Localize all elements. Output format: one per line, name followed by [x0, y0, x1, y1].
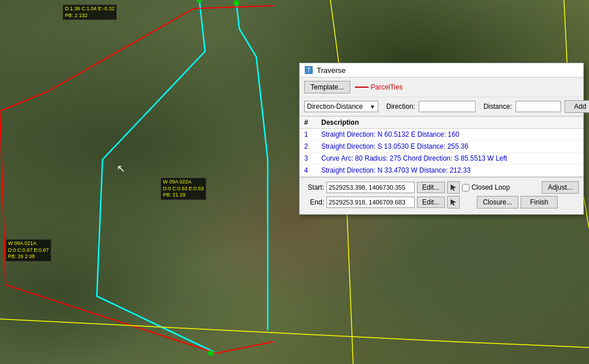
dialog-title: Traverse: [317, 66, 346, 75]
bottom-area: Start: Edit... Closed Loop Adjust... End…: [300, 177, 583, 214]
row-number: 4: [304, 166, 321, 174]
row-number: 1: [304, 130, 321, 138]
end-label: End:: [304, 198, 324, 206]
table-row[interactable]: 3 Curve Arc: 80 Radius: 275 Chord Direct…: [300, 153, 583, 165]
row-description: Straight Direction: N 33.4703 W Distance…: [321, 166, 579, 174]
table-row[interactable]: 4 Straight Direction: N 33.4703 W Distan…: [300, 165, 583, 177]
map-label-3: W 09A 021AD:0 C:0.67 E:0.67PB: 26 2 08: [6, 239, 51, 261]
map-label-1: D:1.36 C:1.04 E:-0.32PB: 2 132: [63, 5, 117, 20]
direction-input[interactable]: [419, 101, 476, 112]
chevron-down-icon: ▼: [370, 104, 375, 110]
start-label: Start:: [304, 183, 324, 191]
end-pick-button[interactable]: [447, 196, 460, 208]
template-button[interactable]: Template...: [304, 81, 350, 93]
distance-input[interactable]: [516, 101, 561, 112]
line-symbol: [355, 87, 369, 88]
svg-point-2: [208, 350, 214, 356]
start-edit-button[interactable]: Edit...: [417, 182, 445, 193]
add-button[interactable]: Add: [565, 100, 589, 113]
start-row: Start: Edit... Closed Loop Adjust...: [304, 181, 579, 194]
parcel-ties-indicator: ParcelTies: [355, 83, 403, 91]
end-edit-button[interactable]: Edit...: [417, 197, 445, 208]
map-label-2: W 09A 022AD:0 C:0.63 E:0.53PB: 21 29: [161, 178, 206, 200]
traverse-dialog: T Traverse Template... ParcelTies Direct…: [299, 63, 584, 215]
start-pick-button[interactable]: [447, 181, 460, 194]
traverse-table: # Description 1 Straight Direction: N 60…: [300, 116, 583, 177]
row-description: Curve Arc: 80 Radius: 275 Chord Directio…: [321, 154, 579, 162]
closed-loop-label: Closed Loop: [472, 183, 510, 191]
row-number: 3: [304, 154, 321, 162]
closure-button[interactable]: Closure...: [477, 196, 518, 208]
table-row[interactable]: 2 Straight Direction: S 13.0530 E Distan…: [300, 141, 583, 153]
table-row[interactable]: 1 Straight Direction: N 60.5132 E Distan…: [300, 129, 583, 141]
row-description: Straight Direction: N 60.5132 E Distance…: [321, 130, 579, 138]
svg-point-0: [197, 0, 202, 3]
col-num: #: [304, 118, 321, 126]
adjust-button[interactable]: Adjust...: [542, 181, 579, 194]
row-description: Straight Direction: S 13.0530 E Distance…: [321, 142, 579, 150]
dialog-toolbar: Template... ParcelTies: [300, 77, 583, 97]
dialog-titlebar: T Traverse: [300, 63, 583, 77]
end-input[interactable]: [326, 197, 415, 208]
table-header: # Description: [300, 117, 583, 129]
col-description: Description: [321, 118, 579, 126]
row-number: 2: [304, 142, 321, 150]
direction-distance-dropdown[interactable]: Direction-Distance ▼: [304, 101, 378, 112]
table-body: 1 Straight Direction: N 60.5132 E Distan…: [300, 129, 583, 177]
svg-point-1: [234, 0, 239, 6]
direction-label: Direction:: [386, 103, 415, 111]
dropdown-value: Direction-Distance: [307, 103, 363, 111]
end-row: End: Edit... Closure... Finish: [304, 196, 579, 208]
direction-distance-row: Direction-Distance ▼ Direction: Distance…: [300, 97, 583, 116]
distance-label: Distance:: [484, 103, 512, 111]
closed-loop-checkbox[interactable]: [462, 184, 469, 191]
parcel-ties-label: ParcelTies: [371, 83, 403, 91]
finish-button[interactable]: Finish: [521, 196, 558, 208]
traverse-icon: T: [304, 66, 313, 75]
start-input[interactable]: [326, 182, 415, 193]
closed-loop-area: Closed Loop: [462, 183, 510, 191]
svg-text:T: T: [307, 67, 310, 73]
